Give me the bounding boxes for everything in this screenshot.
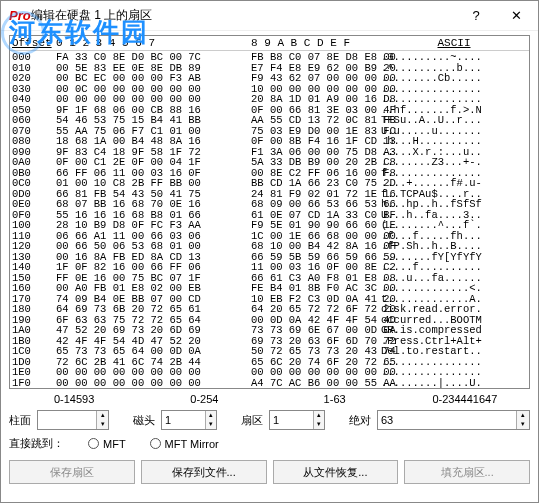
head-input[interactable]	[162, 414, 205, 426]
abs-spinner[interactable]: ▴▾	[516, 411, 529, 429]
hex-row[interactable]: 1A047 52 20 69 73 20 6D 6973 73 69 6E 67…	[12, 325, 527, 336]
cyl-spinner[interactable]: ▴▾	[96, 411, 108, 429]
hex-row[interactable]: 1E000 00 00 00 00 00 00 0000 00 00 00 00…	[12, 367, 527, 378]
app-icon: Pro	[9, 8, 25, 24]
cyl-input[interactable]	[38, 414, 96, 426]
head-field[interactable]: ▴▾	[161, 410, 217, 430]
hex-row[interactable]: 1F000 00 00 00 00 00 00 00A4 7C AC B6 00…	[12, 378, 527, 389]
save-to-file-button[interactable]: 保存到文件...	[141, 460, 267, 484]
hex-row[interactable]: 0E068 07 BB 16 68 70 0E 1668 09 00 66 53…	[12, 199, 527, 210]
restore-from-file-button[interactable]: 从文件恢复...	[273, 460, 399, 484]
sect-input[interactable]	[270, 414, 313, 426]
cyl-field[interactable]: ▴▾	[37, 410, 109, 430]
range-sect: 1-63	[270, 393, 400, 405]
hex-editor[interactable]: Offset 0 1 2 3 4 5 6 7 8 9 A B C D E F A…	[9, 35, 530, 389]
hex-row[interactable]: 1401F 0F 82 16 00 66 FF 0611 00 03 16 0F…	[12, 262, 527, 273]
hex-row[interactable]: 12000 66 50 06 53 68 01 0068 10 00 B4 42…	[12, 241, 527, 252]
radio-mft[interactable]: MFT	[88, 438, 126, 450]
label-abs: 绝对	[349, 413, 371, 428]
label-sect: 扇区	[241, 413, 263, 428]
close-button[interactable]: ✕	[496, 2, 536, 30]
hex-body[interactable]: 000FA 33 C0 8E D0 BC 00 7CFB B8 C0 07 8E…	[10, 51, 529, 388]
abs-field[interactable]: ▴▾	[377, 410, 530, 430]
hex-row[interactable]: 06054 46 53 75 15 B4 41 BBAA 55 CD 13 72…	[12, 115, 527, 126]
window-title: 编辑在硬盘 1 上的扇区	[31, 7, 456, 24]
hex-row[interactable]: 18064 69 73 6B 20 72 65 6164 20 65 72 72…	[12, 304, 527, 315]
radio-mft-mirror[interactable]: MFT Mirror	[150, 438, 219, 450]
sect-field[interactable]: ▴▾	[269, 410, 325, 430]
label-jump: 直接跳到：	[9, 436, 64, 451]
save-sector-button[interactable]: 保存扇区	[9, 460, 135, 484]
hex-row[interactable]: 16000 A0 FB 01 E8 02 00 EBFE B4 01 8B F0…	[12, 283, 527, 294]
label-head: 磁头	[133, 413, 155, 428]
hex-row[interactable]: 0C001 00 10 C8 2B FF BB 00BB CD 1A 66 23…	[12, 178, 527, 189]
range-head: 0-254	[139, 393, 269, 405]
head-spinner[interactable]: ▴▾	[205, 411, 216, 429]
hex-row[interactable]: 08018 68 1A 00 B4 48 8A 160F 00 8B F4 16…	[12, 136, 527, 147]
header-ascii: ASCII	[381, 37, 527, 49]
hex-row[interactable]: 000FA 33 C0 8E D0 BC 00 7CFB B8 C0 07 8E…	[12, 52, 527, 63]
hex-row[interactable]: 10028 10 B9 D8 0F FC F3 AAF9 5E 01 90 90…	[12, 220, 527, 231]
label-cyl: 柱面	[9, 413, 31, 428]
help-button[interactable]: ?	[456, 2, 496, 30]
hex-row[interactable]: 0A00F 00 C1 2E 0F 00 04 1F5A 33 DB B9 00…	[12, 157, 527, 168]
fill-sector-button[interactable]: 填充扇区...	[404, 460, 530, 484]
header-offset: Offset	[12, 37, 56, 49]
hex-header: Offset 0 1 2 3 4 5 6 7 8 9 A B C D E F A…	[10, 36, 529, 51]
sect-spinner[interactable]: ▴▾	[313, 411, 324, 429]
radio-dot-icon	[88, 438, 99, 449]
range-abs: 0-234441647	[400, 393, 530, 405]
hex-row[interactable]: 1C065 73 73 65 64 00 0D 0A50 72 65 73 73…	[12, 346, 527, 357]
radio-dot-icon	[150, 438, 161, 449]
radio-mft-label: MFT	[103, 438, 126, 450]
abs-input[interactable]	[378, 414, 516, 426]
header-hex1: 0 1 2 3 4 5 6 7	[56, 37, 251, 49]
range-cyl: 0-14593	[9, 393, 139, 405]
radio-mftm-label: MFT Mirror	[165, 438, 219, 450]
header-hex2: 8 9 A B C D E F	[251, 37, 381, 49]
hex-row[interactable]: 04000 00 00 00 00 00 00 0020 8A 1D 01 A9…	[12, 94, 527, 105]
hex-row[interactable]: 02000 BC EC 00 00 00 F3 ABF9 43 62 07 00…	[12, 73, 527, 84]
range-labels: 0-14593 0-254 1-63 0-234441647	[9, 391, 530, 407]
